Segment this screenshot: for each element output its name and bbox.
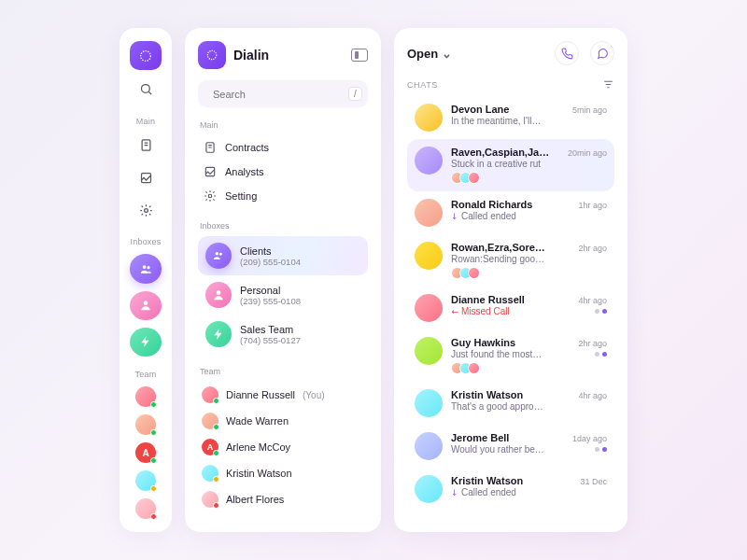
chat-avatar: [415, 242, 443, 270]
group-avatars: [451, 267, 607, 279]
chat-item[interactable]: Kristin Watson31 Dec↘Called ended: [407, 468, 614, 511]
team-member[interactable]: Albert Flores: [198, 486, 368, 512]
inbox-item-personal[interactable]: Personal(239) 555-0108: [198, 275, 368, 315]
chat-preview: Stuck in a creative rut: [451, 159, 541, 169]
search-button[interactable]: [131, 76, 161, 103]
rail-team-avatar[interactable]: [135, 470, 156, 491]
collapse-sidebar-button[interactable]: [351, 49, 368, 62]
inbox-avatar: [205, 321, 232, 347]
chat-preview: ↘Called ended: [451, 211, 516, 221]
rail-team-avatar[interactable]: A: [135, 442, 156, 463]
chat-time: 1hr ago: [578, 201, 607, 210]
svg-point-0: [141, 50, 151, 61]
new-chat-button[interactable]: [590, 41, 614, 65]
section-team: Team: [200, 367, 368, 376]
missed-call-icon: ↗: [451, 306, 460, 316]
chat-time: 2hr ago: [578, 244, 607, 253]
person-icon: [139, 299, 152, 312]
inbox-item-sales-team[interactable]: Sales Team(704) 555-0127: [198, 315, 368, 354]
people-icon: [139, 262, 153, 276]
chat-preview: In the meantime, I'll…: [451, 116, 541, 126]
chat-time: 4hr ago: [578, 296, 607, 305]
chat-name: Kristin Watson: [451, 389, 523, 400]
rail-section-inboxes: Inboxes: [131, 237, 162, 246]
team-member[interactable]: AArlene McCoy: [198, 434, 368, 460]
rail-inbox-clients[interactable]: [130, 254, 162, 283]
team-member[interactable]: Kristin Watson: [198, 460, 368, 486]
rail-team-avatar[interactable]: [135, 386, 156, 407]
search-input-wrapper[interactable]: /: [198, 80, 368, 107]
chat-item[interactable]: Rowan,Ezra,Sore…2hr agoRowan:Sending goo…: [407, 234, 614, 287]
nav-item-contracts[interactable]: Contracts: [198, 135, 368, 160]
nav-item-icon: [204, 141, 217, 154]
chat-avatar: [415, 199, 443, 227]
chat-item[interactable]: Jerome Bell1day agoWould you rather be…: [407, 425, 614, 468]
chat-time: 20min ago: [568, 148, 607, 158]
rail-settings[interactable]: [131, 197, 161, 224]
app-logo[interactable]: [130, 41, 162, 70]
rail-team-avatar[interactable]: [135, 498, 156, 519]
team-avatar: [202, 491, 218, 508]
svg-rect-6: [141, 173, 150, 182]
svg-rect-17: [205, 167, 214, 175]
nav-item-analysts[interactable]: Analysts: [198, 160, 368, 184]
chat-avatar: [415, 389, 443, 417]
chat-time: 2hr ago: [578, 339, 607, 348]
chat-item[interactable]: Devon Lane5min agoIn the meantime, I'll…: [407, 96, 614, 139]
chat-avatar: [415, 104, 443, 132]
team-member[interactable]: Wade Warren: [198, 408, 368, 434]
team-avatar: [202, 465, 218, 482]
svg-point-7: [144, 209, 148, 213]
chat-item[interactable]: Raven,Caspian,Ja…20min agoStuck in a cre…: [407, 139, 614, 191]
call-button[interactable]: [555, 41, 579, 65]
chat-time: 5min ago: [572, 105, 607, 115]
chat-avatar: [415, 337, 443, 365]
chat-name: Ronald Richards: [451, 199, 532, 210]
chat-item[interactable]: Guy Hawkins2hr agoJust found the most…: [407, 329, 614, 382]
chat-item[interactable]: Kristin Watson4hr agoThat's a good appro…: [407, 382, 614, 425]
inbox-avatar: [205, 282, 232, 308]
document-icon: [139, 138, 153, 152]
filter-dropdown[interactable]: Open ⌄: [407, 47, 452, 61]
group-avatars: [451, 362, 607, 374]
chat-name: Rowan,Ezra,Sore…: [451, 242, 545, 253]
rail-section-main: Main: [136, 117, 155, 126]
rail-inbox-personal[interactable]: [130, 291, 162, 320]
chat-time: 1day ago: [572, 434, 607, 443]
chat-item[interactable]: Ronald Richards1hr ago↘Called ended: [407, 191, 614, 234]
chat-name: Raven,Caspian,Ja…: [451, 147, 549, 158]
chat-preview: ↗Missed Call: [451, 306, 510, 316]
inbox-item-clients[interactable]: Clients(209) 555-0104: [198, 236, 368, 275]
search-input[interactable]: [213, 89, 342, 100]
team-member[interactable]: Dianne Russell (You): [198, 382, 368, 408]
chat-preview: ↘Called ended: [451, 487, 516, 497]
chat-name: Guy Hawkins: [451, 337, 515, 348]
rail-contracts[interactable]: [131, 132, 161, 159]
section-main: Main: [200, 120, 368, 130]
chat-preview: Rowan:Sending goo…: [451, 254, 544, 264]
rail-analysts[interactable]: [131, 164, 161, 191]
rail-team-avatar[interactable]: [135, 414, 156, 435]
chat-avatar: [415, 294, 443, 322]
chat-avatar: [415, 147, 443, 175]
gear-icon: [139, 203, 153, 217]
app-name: Dialin: [233, 48, 269, 63]
rail-inbox-sales[interactable]: [130, 328, 162, 357]
bolt-icon: [139, 335, 152, 348]
chat-avatar: [415, 475, 443, 503]
chat-preview: Would you rather be…: [451, 444, 544, 455]
svg-point-9: [147, 266, 149, 269]
chat-icon: [597, 48, 609, 60]
nav-item-setting[interactable]: Setting: [198, 184, 368, 208]
team-avatar: [202, 386, 218, 403]
nav-item-icon: [204, 165, 217, 178]
search-kbd: /: [348, 87, 362, 101]
chat-item[interactable]: Dianne Russell4hr ago↗Missed Call: [407, 287, 614, 329]
filter-button[interactable]: [602, 78, 614, 91]
chat-time: 31 Dec: [580, 477, 607, 486]
team-avatar: A: [202, 439, 218, 455]
incoming-call-icon: ↘: [451, 211, 460, 221]
nav-item-icon: [204, 189, 217, 203]
svg-point-1: [141, 85, 149, 93]
logo-icon: [205, 49, 218, 62]
